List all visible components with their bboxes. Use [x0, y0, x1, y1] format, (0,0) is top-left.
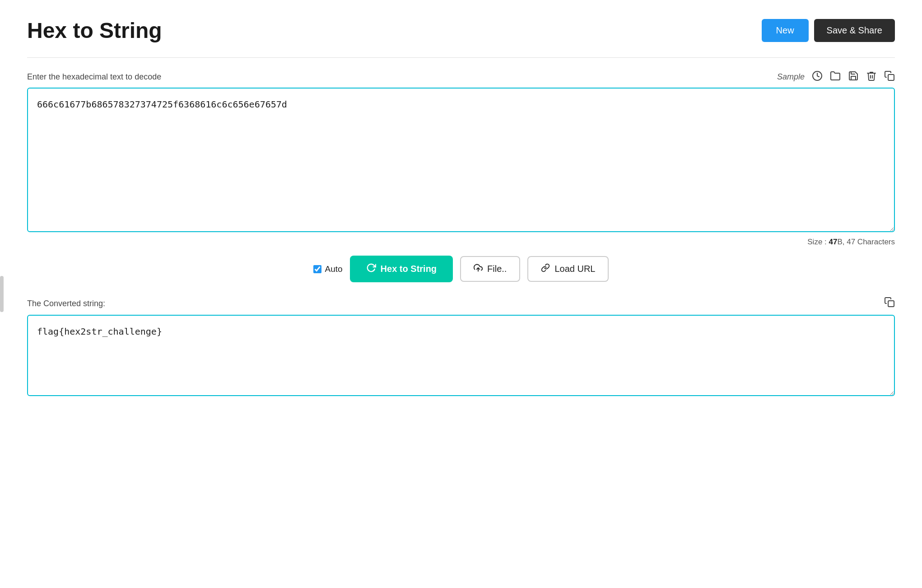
new-button[interactable]: New: [762, 19, 809, 42]
svg-rect-3: [888, 301, 894, 307]
svg-rect-1: [888, 75, 894, 80]
hex-input[interactable]: [27, 88, 895, 232]
load-url-button-label: Load URL: [554, 264, 595, 274]
load-url-button[interactable]: Load URL: [527, 256, 609, 282]
file-button-label: File..: [487, 264, 507, 274]
history-icon[interactable]: [812, 70, 823, 83]
output-copy-icon[interactable]: [884, 297, 895, 310]
output-label: The Converted string:: [27, 299, 105, 308]
header-divider: [27, 57, 895, 58]
delete-icon[interactable]: [866, 70, 877, 83]
scrollbar[interactable]: [0, 276, 4, 312]
folder-icon[interactable]: [830, 70, 841, 83]
size-unit: B, 47 Characters: [837, 238, 895, 246]
toolbar-right: Sample: [777, 70, 895, 83]
convert-button-label: Hex to String: [381, 264, 437, 274]
action-row: Auto Hex to String File.. Load URL: [27, 256, 895, 282]
auto-label[interactable]: Auto: [313, 264, 343, 274]
output-label-row: The Converted string:: [27, 297, 895, 310]
header-buttons: New Save & Share: [762, 19, 895, 42]
upload-icon: [474, 263, 483, 275]
size-info: Size : 47B, 47 Characters: [27, 238, 895, 247]
save-share-button[interactable]: Save & Share: [814, 19, 895, 42]
page-title: Hex to String: [27, 18, 162, 43]
copy-toolbar-icon[interactable]: [884, 70, 895, 83]
auto-checkbox[interactable]: [313, 265, 321, 273]
auto-label-text: Auto: [325, 264, 343, 274]
sample-button[interactable]: Sample: [777, 72, 805, 82]
link-icon: [541, 263, 550, 275]
save-icon[interactable]: [848, 70, 859, 83]
file-button[interactable]: File..: [460, 256, 520, 282]
input-label: Enter the hexadecimal text to decode: [27, 72, 161, 82]
output-textarea[interactable]: [27, 315, 895, 396]
convert-button[interactable]: Hex to String: [350, 256, 453, 282]
input-label-row: Enter the hexadecimal text to decode Sam…: [27, 70, 895, 83]
page-header: Hex to String New Save & Share: [27, 18, 895, 43]
size-value: 47: [829, 238, 838, 246]
refresh-icon: [366, 263, 376, 275]
